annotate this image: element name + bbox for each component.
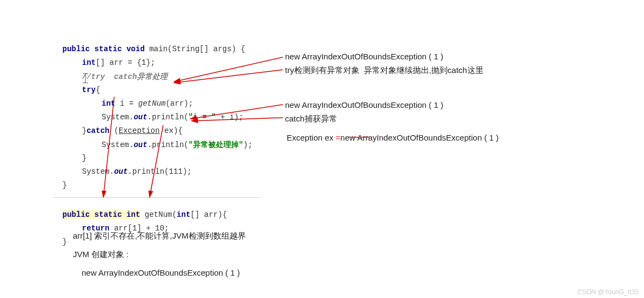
watermark: CSDN @YounG_tt33 — [578, 288, 639, 296]
getnum-return: return arr[1] + 10; — [73, 215, 169, 233]
annot-new-exception-1: new ArrayIndexOutOfBoundsException ( 1 ) — [285, 52, 443, 61]
annot-catch-capture: catch捕获异常 — [285, 114, 337, 124]
svg-line-1 — [174, 70, 283, 83]
line-main-close: } — [53, 172, 67, 190]
getnum-close: } — [53, 229, 67, 246]
line-catch-body: System.out.println("异常被处理掉"); — [92, 131, 252, 150]
annot-new-exception-2: new ArrayIndexOutOfBoundsException ( 1 ) — [285, 100, 443, 110]
annot-jvm-create: JVM 创建对象 : — [73, 250, 129, 260]
svg-line-0 — [174, 57, 283, 82]
annot-try-detect: try检测到有异常对象异常对象继续抛出,抛到catch这里 — [285, 65, 484, 76]
line-println-111: System.out.println(111); — [73, 159, 191, 176]
annot-exception-assign: Exception ex =new ArrayIndexOutOfBoundsE… — [287, 133, 499, 142]
annot-arr1-invalid: arr[1] 索引不存在,不能计算,JVM检测到数组越界 — [73, 231, 246, 241]
annot-new-exception-3: new ArrayIndexOutOfBoundsException ( 1 ) — [82, 268, 240, 277]
